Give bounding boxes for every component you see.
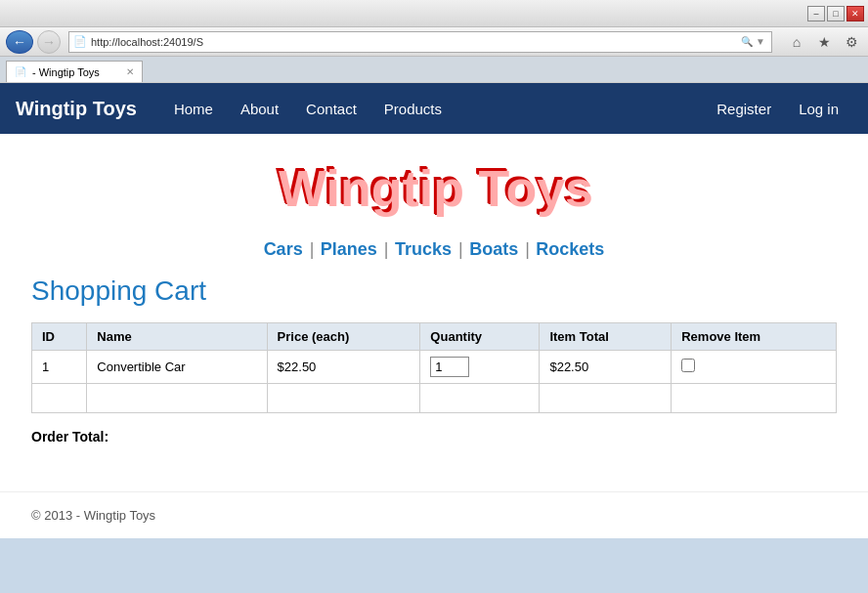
title-bar: – □ ✕ (0, 0, 868, 27)
browser-chrome: – □ ✕ ← → 📄 http://localhost:24019/S 🔍 ▼… (0, 0, 868, 83)
favorites-icon[interactable]: ★ (813, 31, 835, 53)
cart-table: ID Name Price (each) Quantity Item Total… (31, 322, 837, 413)
col-name: Name (87, 323, 267, 351)
site-nav: Wingtip Toys Home About Contact Products… (0, 83, 868, 134)
col-id: ID (32, 323, 87, 351)
settings-icon[interactable]: ⚙ (841, 31, 862, 53)
minimize-button[interactable]: – (807, 6, 825, 21)
back-button[interactable]: ← (6, 30, 33, 54)
site-brand: Wingtip Toys (16, 98, 137, 120)
category-cars[interactable]: Cars (264, 239, 303, 259)
maximize-button[interactable]: □ (827, 6, 845, 21)
category-links: Cars | Planes | Trucks | Boats | Rockets (0, 224, 868, 268)
site-nav-right: Register Log in (703, 83, 852, 134)
row-item-total: $22.50 (540, 351, 672, 384)
table-row: 1 Convertible Car $22.50 $22.50 (32, 351, 837, 384)
page-wrapper: Wingtip Toys Home About Contact Products… (0, 83, 868, 538)
address-text: http://localhost:24019/S (91, 36, 739, 48)
row-price: $22.50 (267, 351, 420, 384)
address-search-button[interactable]: 🔍 ▼ (739, 36, 767, 47)
nav-contact[interactable]: Contact (292, 83, 370, 134)
address-bar[interactable]: 📄 http://localhost:24019/S 🔍 ▼ (68, 31, 772, 53)
category-planes[interactable]: Planes (321, 239, 377, 259)
close-button[interactable]: ✕ (846, 6, 864, 21)
col-price: Price (each) (267, 323, 420, 351)
hero-section: Wingtip Toys (0, 134, 868, 224)
remove-checkbox[interactable] (681, 359, 695, 372)
toolbar-icons: ⌂ ★ ⚙ (786, 31, 862, 53)
category-boats[interactable]: Boats (469, 239, 518, 259)
tab-close-button[interactable]: ✕ (126, 66, 134, 77)
tab-bar: 📄 - Wingtip Toys ✕ (0, 57, 868, 82)
nav-about[interactable]: About (227, 83, 292, 134)
footer: © 2013 - Wingtip Toys (0, 491, 868, 538)
forward-button[interactable]: → (37, 30, 61, 54)
page-title: Shopping Cart (31, 275, 837, 307)
sep-4: | (520, 239, 530, 259)
sep-3: | (454, 239, 463, 259)
col-quantity: Quantity (420, 323, 540, 351)
hero-title: Wingtip Toys (277, 157, 591, 216)
row-remove (672, 351, 837, 384)
order-total: Order Total: (31, 429, 837, 445)
nav-bar: ← → 📄 http://localhost:24019/S 🔍 ▼ ⌂ ★ ⚙ (0, 27, 868, 57)
home-icon[interactable]: ⌂ (786, 31, 807, 53)
nav-login[interactable]: Log in (785, 83, 852, 134)
main-content: Shopping Cart ID Name Price (each) Quant… (0, 268, 868, 468)
sep-1: | (305, 239, 315, 259)
sep-2: | (379, 239, 389, 259)
empty-row (32, 384, 837, 413)
tab-title: - Wingtip Toys (32, 66, 100, 78)
window-controls: – □ ✕ (807, 6, 864, 21)
col-remove: Remove Item (672, 323, 837, 351)
category-trucks[interactable]: Trucks (395, 239, 452, 259)
site-nav-links: Home About Contact Products (160, 83, 703, 134)
row-name: Convertible Car (87, 351, 267, 384)
nav-home[interactable]: Home (160, 83, 227, 134)
row-quantity (420, 351, 540, 384)
row-id: 1 (32, 351, 87, 384)
col-item-total: Item Total (540, 323, 672, 351)
tab-icon: 📄 (15, 66, 26, 77)
quantity-input[interactable] (430, 357, 469, 377)
address-icon: 📄 (73, 35, 87, 48)
footer-text: © 2013 - Wingtip Toys (31, 508, 155, 523)
browser-tab[interactable]: 📄 - Wingtip Toys ✕ (6, 61, 143, 82)
nav-register[interactable]: Register (703, 83, 785, 134)
nav-products[interactable]: Products (370, 83, 456, 134)
category-rockets[interactable]: Rockets (536, 239, 604, 259)
